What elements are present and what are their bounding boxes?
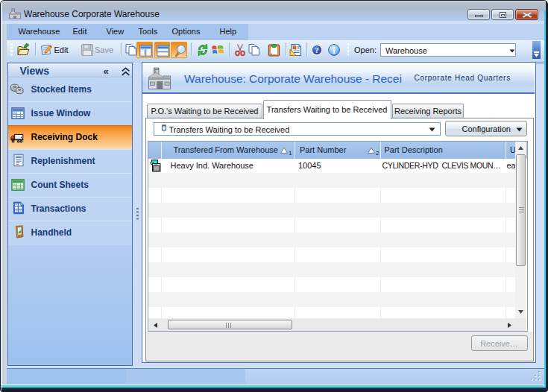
svg-text:2: 2 [376,149,379,155]
svg-text:?: ? [315,45,319,54]
svg-text:1: 1 [289,149,292,155]
